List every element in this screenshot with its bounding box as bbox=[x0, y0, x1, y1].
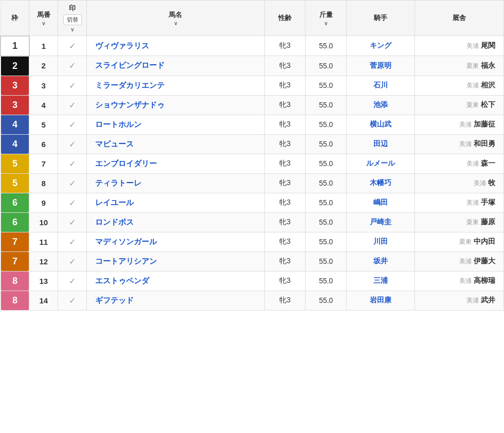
mark-cell[interactable]: ✓ bbox=[58, 95, 87, 115]
horse-name-cell[interactable]: スライビングロード bbox=[86, 56, 264, 76]
horse-name-link[interactable]: マピュース bbox=[95, 139, 134, 148]
kishu-cell[interactable]: 横山武 bbox=[347, 115, 415, 134]
trainer-name[interactable]: 森一 bbox=[481, 159, 495, 167]
horse-name-cell[interactable]: コートアリシアン bbox=[86, 251, 264, 271]
trainer-name[interactable]: 牧 bbox=[488, 178, 495, 187]
horse-name-cell[interactable]: マピュース bbox=[86, 134, 264, 154]
table-row: 57✓エンブロイダリー牝355.0ルメール美浦 森一 bbox=[1, 154, 504, 173]
trainer-name[interactable]: 加藤征 bbox=[474, 120, 495, 128]
horse-name-link[interactable]: コートアリシアン bbox=[95, 257, 157, 265]
horse-name-cell[interactable]: エンブロイダリー bbox=[86, 154, 264, 173]
chiiki-label: 美浦 bbox=[466, 297, 479, 304]
horse-name-cell[interactable]: ロンドボス bbox=[86, 212, 264, 232]
horse-name-cell[interactable]: ヴィヴァラリス bbox=[86, 36, 264, 56]
mark-cell[interactable]: ✓ bbox=[58, 173, 87, 193]
waku-cell: 7 bbox=[1, 232, 29, 251]
horse-name-link[interactable]: ロートホルン bbox=[95, 120, 141, 129]
horse-name-link[interactable]: マディソンガール bbox=[95, 237, 157, 246]
horse-name-link[interactable]: ショウナンザナドゥ bbox=[95, 100, 165, 109]
mark-cell[interactable]: ✓ bbox=[58, 134, 87, 154]
kishu-cell[interactable]: 池添 bbox=[347, 95, 415, 115]
kishu-cell[interactable]: 岩田康 bbox=[347, 291, 415, 310]
kinryo-sort-arrow[interactable]: ∨ bbox=[324, 21, 328, 26]
trainer-name[interactable]: 相沢 bbox=[481, 81, 495, 89]
mark-cell[interactable]: ✓ bbox=[58, 154, 87, 173]
kishu-cell[interactable]: 菅原明 bbox=[347, 56, 415, 76]
trainer-name[interactable]: 和田勇 bbox=[474, 139, 495, 148]
horse-name-cell[interactable]: エストゥペンダ bbox=[86, 271, 264, 291]
horse-name-cell[interactable]: ミラーダカリエンテ bbox=[86, 76, 264, 95]
horse-name-link[interactable]: ギフテッド bbox=[95, 296, 134, 304]
mark-cell[interactable]: ✓ bbox=[58, 212, 87, 232]
kishu-cell[interactable]: 田辺 bbox=[347, 134, 415, 154]
kishu-cell[interactable]: 三浦 bbox=[347, 271, 415, 291]
horse-sort-arrow[interactable]: ∨ bbox=[174, 21, 177, 26]
horse-name-link[interactable]: ミラーダカリエンテ bbox=[95, 81, 165, 89]
bango-cell: 12 bbox=[29, 251, 58, 271]
horse-name-link[interactable]: エンブロイダリー bbox=[95, 159, 157, 168]
check-icon: ✓ bbox=[69, 277, 76, 285]
seibetsu-cell: 牝3 bbox=[264, 154, 305, 173]
kinryo-cell: 55.0 bbox=[305, 36, 347, 56]
chiiki-label: 美浦 bbox=[466, 160, 479, 167]
horse-name-link[interactable]: スライビングロード bbox=[95, 61, 165, 69]
trainer-name[interactable]: 尾関 bbox=[481, 41, 495, 49]
trainer-name[interactable]: 藤原 bbox=[481, 218, 495, 226]
horse-name-link[interactable]: レイユール bbox=[95, 198, 134, 207]
horse-name-cell[interactable]: ショウナンザナドゥ bbox=[86, 95, 264, 115]
col-mark: 印 切替 ∨ bbox=[58, 1, 87, 36]
bango-cell: 4 bbox=[29, 95, 58, 115]
horse-name-cell[interactable]: ロートホルン bbox=[86, 115, 264, 134]
table-row: 69✓レイユール牝355.0嶋田美浦 手塚 bbox=[1, 193, 504, 212]
check-icon: ✓ bbox=[69, 296, 76, 305]
mark-cell[interactable]: ✓ bbox=[58, 291, 87, 310]
kinryo-cell: 55.0 bbox=[305, 134, 347, 154]
trainer-name[interactable]: 武井 bbox=[481, 296, 495, 304]
mark-cell[interactable]: ✓ bbox=[58, 36, 87, 56]
kishu-cell[interactable]: 川田 bbox=[347, 232, 415, 251]
kishu-cell[interactable]: 木幡巧 bbox=[347, 173, 415, 193]
chiiki-label: 栗東 bbox=[459, 238, 472, 245]
mark-cell[interactable]: ✓ bbox=[58, 76, 87, 95]
horse-name-cell[interactable]: ギフテッド bbox=[86, 291, 264, 310]
kinryo-cell: 55.0 bbox=[305, 173, 347, 193]
horse-name-link[interactable]: ティラトーレ bbox=[95, 178, 141, 187]
horse-name-link[interactable]: ロンドボス bbox=[95, 218, 134, 226]
mark-sort-arrow[interactable]: ∨ bbox=[70, 27, 74, 32]
mark-cell[interactable]: ✓ bbox=[58, 251, 87, 271]
waku-cell: 5 bbox=[1, 173, 29, 193]
kishu-cell[interactable]: キング bbox=[347, 36, 415, 56]
kinryo-cell: 55.0 bbox=[305, 212, 347, 232]
trainer-name[interactable]: 伊藤大 bbox=[474, 257, 495, 265]
chiiki-label: 美浦 bbox=[459, 140, 472, 148]
mark-cell[interactable]: ✓ bbox=[58, 271, 87, 291]
mark-cell[interactable]: ✓ bbox=[58, 115, 87, 134]
horse-name-cell[interactable]: ティラトーレ bbox=[86, 173, 264, 193]
mark-switch-button[interactable]: 切替 bbox=[63, 14, 82, 25]
bango-sort-arrow[interactable]: ∨ bbox=[42, 21, 45, 26]
chiiki-label: 美浦 bbox=[459, 121, 472, 128]
table-row: 610✓ロンドボス牝355.0戸崎圭栗東 藤原 bbox=[1, 212, 504, 232]
horse-name-cell[interactable]: レイユール bbox=[86, 193, 264, 212]
waku-cell: 7 bbox=[1, 251, 29, 271]
bango-cell: 11 bbox=[29, 232, 58, 251]
horse-name-link[interactable]: エストゥペンダ bbox=[95, 276, 149, 285]
trainer-name[interactable]: 中内田 bbox=[474, 237, 495, 245]
mark-cell[interactable]: ✓ bbox=[58, 56, 87, 76]
kishu-cell[interactable]: 嶋田 bbox=[347, 193, 415, 212]
kishu-cell[interactable]: ルメール bbox=[347, 154, 415, 173]
mark-cell[interactable]: ✓ bbox=[58, 193, 87, 212]
kishu-cell[interactable]: 戸崎圭 bbox=[347, 212, 415, 232]
trainer-name[interactable]: 福永 bbox=[481, 61, 495, 69]
trainer-name[interactable]: 手塚 bbox=[481, 198, 495, 206]
kishu-cell[interactable]: 石川 bbox=[347, 76, 415, 95]
kinryo-cell: 55.0 bbox=[305, 56, 347, 76]
trainer-name[interactable]: 松下 bbox=[481, 100, 495, 109]
trainer-name[interactable]: 高柳瑞 bbox=[474, 276, 495, 284]
bango-cell: 13 bbox=[29, 271, 58, 291]
horse-name-link[interactable]: ヴィヴァラリス bbox=[95, 41, 149, 50]
mark-cell[interactable]: ✓ bbox=[58, 232, 87, 251]
race-table: 枠 馬番 ∨ 印 切替 ∨ 馬名 ∨ bbox=[0, 0, 504, 311]
kishu-cell[interactable]: 坂井 bbox=[347, 251, 415, 271]
horse-name-cell[interactable]: マディソンガール bbox=[86, 232, 264, 251]
